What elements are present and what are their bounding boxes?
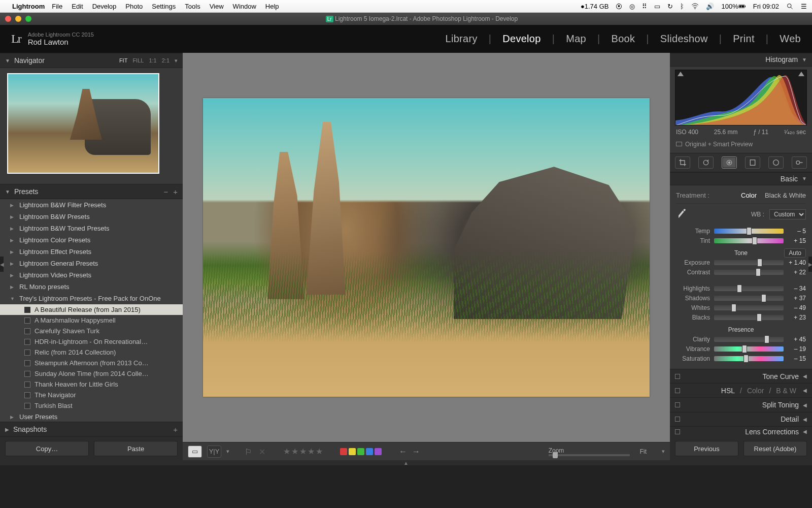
mac-menubar[interactable]: Lightroom File Edit Develop Photo Settin… [0,0,812,13]
panel-switch-icon[interactable] [675,429,680,434]
module-print[interactable]: Print [733,33,755,45]
zoom-window-icon[interactable] [25,16,31,22]
color-labels[interactable] [340,448,382,455]
contrast-value[interactable]: + 22 [784,269,806,276]
exposure-value[interactable]: + 1.40 [784,259,806,266]
toolbar-dropdown-icon[interactable]: ▾ [662,448,665,455]
treatment-bw[interactable]: Black & White [765,192,806,199]
exposure-slider[interactable] [714,260,784,265]
preset-folder[interactable]: ▶Lightroom B&W Presets [0,211,183,223]
blacks-value[interactable]: + 23 [784,314,806,321]
temp-slider[interactable] [714,229,784,234]
presets-add-button[interactable]: + [173,187,178,196]
temp-value[interactable]: – 5 [784,228,806,235]
close-window-icon[interactable] [5,16,11,22]
disclosure-icon[interactable]: ▶ [10,203,15,208]
photo-preview[interactable] [203,98,650,397]
clarity-slider[interactable] [714,337,784,342]
wifi-icon[interactable] [691,3,699,10]
preset-folder[interactable]: ▶RL Mono presets [0,281,183,293]
detail-panel[interactable]: Detail◀ [670,412,812,426]
preset-item[interactable]: Thank Heaven for Little Girls [0,379,183,390]
nav-2to1[interactable]: 2:1 [162,57,170,64]
clarity-value[interactable]: + 45 [784,336,806,343]
flag-pick-icon[interactable]: ⚐ [245,447,254,456]
window-titlebar[interactable]: Lr Lightroom 5 Iomega-2.lrcat - Adobe Ph… [0,13,812,25]
bluetooth-icon[interactable]: ᛒ [680,3,684,10]
color-label-swatch[interactable] [340,448,347,455]
vibrance-value[interactable]: – 19 [784,345,806,353]
vibrance-slider[interactable] [714,346,784,352]
preset-item[interactable]: Sunday Alone Time (from 2014 Colle… [0,368,183,379]
volume-icon[interactable]: 🔊 [706,3,714,10]
color-label-swatch[interactable] [357,448,364,455]
menu-develop[interactable]: Develop [92,3,117,10]
preset-folder[interactable]: ▶Lightroom Color Presets [0,234,183,246]
preset-folder[interactable]: ▶Lightroom B&W Toned Presets [0,223,183,234]
disclosure-icon[interactable]: ▶ [10,226,15,231]
disclosure-icon[interactable]: ▶ [10,261,15,266]
preset-folder[interactable]: ▶Lightroom Effect Presets [0,246,183,258]
disclosure-icon[interactable]: ▼ [5,58,10,64]
zoom-slider[interactable] [549,454,630,456]
module-develop[interactable]: Develop [502,33,540,45]
preset-item[interactable]: Relic (from 2014 Collection) [0,347,183,358]
airplay-icon[interactable]: ▭ [654,3,660,10]
navigator-thumbnail[interactable] [7,73,159,174]
memory-indicator[interactable]: ● 1.74 GB [581,3,609,10]
contrast-slider[interactable] [714,270,784,275]
preset-item[interactable]: Steampunk Afternoon (from 2013 Co… [0,358,183,368]
menu-help[interactable]: Help [265,3,279,10]
brush-tool[interactable] [792,156,807,169]
minimize-window-icon[interactable] [15,16,21,22]
histogram-header[interactable]: Histogram ▼ [670,53,812,67]
right-panel-handle[interactable]: ▶ [808,257,812,272]
before-after-dropdown-icon[interactable]: ▾ [226,448,229,455]
module-book[interactable]: Book [612,33,635,45]
disclosure-icon[interactable]: ▼ [5,189,10,195]
menu-edit[interactable]: Edit [72,3,83,10]
tint-slider[interactable] [714,238,784,243]
dropbox-icon[interactable]: ⠿ [642,3,647,10]
preset-folder[interactable]: ▶Lightroom General Presets [0,258,183,269]
basic-header[interactable]: Basic ▼ [670,172,812,186]
treatment-color[interactable]: Color [741,192,757,199]
navigator-header[interactable]: ▼ Navigator FIT FILL 1:1 2:1 ▾ [0,53,183,68]
preset-folder[interactable]: ▶User Presets [0,411,183,422]
preset-folder[interactable]: ▼Trey's Lightroom Presets - Free Pack fo… [0,293,183,304]
tone-curve-panel[interactable]: Tone Curve◀ [670,369,812,383]
disclosure-icon[interactable]: ▶ [10,249,15,255]
nav-fill[interactable]: FILL [132,57,144,64]
tint-value[interactable]: + 15 [784,237,806,244]
spotlight-icon[interactable] [786,3,794,10]
status-dot-icon[interactable]: ⦿ [616,3,622,10]
menu-file[interactable]: File [52,3,62,10]
panel-switch-icon[interactable] [675,417,680,422]
left-panel-handle[interactable]: ◀ [0,257,4,272]
preview-mode-label[interactable]: Original + Smart Preview [675,139,807,152]
paste-button[interactable]: Paste [94,441,178,456]
graduated-filter-tool[interactable] [745,156,760,169]
blacks-slider[interactable] [714,315,784,320]
disclosure-icon[interactable]: ▼ [802,176,807,181]
reset-button[interactable]: Reset (Adobe) [743,441,807,456]
menu-view[interactable]: View [210,3,224,10]
preset-item[interactable]: The Navigator [0,390,183,400]
app-name-menu[interactable]: Lightroom [12,3,45,10]
preset-item[interactable]: A Marshmallow Happysmell [0,315,183,326]
saturation-slider[interactable] [714,356,784,361]
filmstrip-handle[interactable]: ▲ [0,460,812,465]
preset-item[interactable]: HDR-in-Lightroom - On Recreational… [0,336,183,347]
canvas-area[interactable] [183,53,670,442]
snapshots-add-button[interactable]: + [173,425,178,434]
preset-folder[interactable]: ▶Lightroom B&W Filter Presets [0,199,183,211]
disclosure-icon[interactable]: ▼ [802,57,807,62]
shadows-slider[interactable] [714,296,784,301]
prev-photo-button[interactable]: ← [399,447,407,456]
lens-panel[interactable]: Lens Corrections◀ [670,426,812,437]
wb-dropdown[interactable]: Custom [769,209,806,219]
disclosure-icon[interactable]: ▶ [10,415,15,420]
panel-switch-icon[interactable] [675,374,680,379]
presets-list[interactable]: ▶Lightroom B&W Filter Presets▶Lightroom … [0,199,183,422]
module-slideshow[interactable]: Slideshow [660,33,708,45]
